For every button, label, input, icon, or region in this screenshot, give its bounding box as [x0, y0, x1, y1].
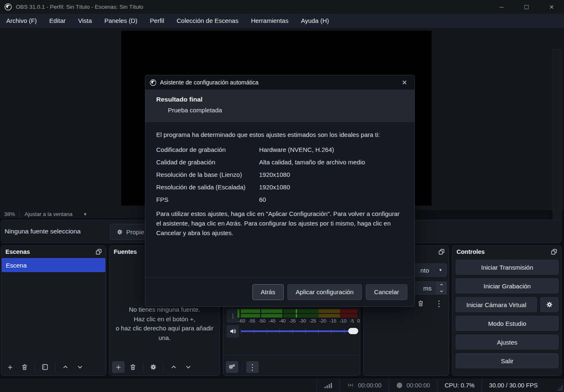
- dialog-header: Resultado final Prueba completada: [145, 89, 414, 122]
- volume-meter: [241, 309, 357, 318]
- dialog-footer: Atrás Aplicar configuración Cancelar: [145, 277, 414, 306]
- cpu-usage: CPU: 0.7%: [437, 378, 482, 392]
- virtual-camera-settings-button[interactable]: [540, 297, 559, 312]
- menu-ayuda[interactable]: Ayuda (H): [294, 14, 335, 28]
- menu-perfil[interactable]: Perfil: [144, 14, 170, 28]
- toolbar-divider: [163, 362, 164, 372]
- dialog-body: El programa ha determinado que estos aju…: [145, 122, 414, 238]
- popout-dock-icon[interactable]: [438, 248, 445, 255]
- toolbar-divider: [55, 362, 55, 372]
- auto-config-wizard-dialog: Asistente de configuración automática ✕ …: [145, 75, 415, 307]
- spinner-down-button[interactable]: [436, 288, 447, 295]
- speaker-icon: [229, 327, 237, 335]
- scene-item-label: Escena: [6, 262, 27, 269]
- exit-button[interactable]: Salir: [456, 353, 559, 368]
- dialog-close-button[interactable]: ✕: [399, 79, 410, 87]
- spinner-up-button[interactable]: [436, 281, 447, 288]
- no-source-selected-label: Ninguna fuente selecciona: [1, 228, 81, 235]
- back-button[interactable]: Atrás: [252, 284, 284, 300]
- vertical-ellipsis-icon: ⋮: [230, 313, 235, 319]
- intro-text: El programa ha determinado que estos aju…: [156, 130, 404, 139]
- scenes-dock-title: Escenas: [5, 248, 30, 255]
- start-streaming-button[interactable]: Iniciar Transmisión: [456, 260, 559, 275]
- add-source-button[interactable]: ＋: [112, 361, 125, 373]
- controls-dock-title: Controles: [457, 248, 485, 255]
- setting-label: FPS: [156, 194, 259, 206]
- setting-value: Alta calidad, tamaño de archivo medio: [259, 156, 404, 169]
- start-virtual-camera-button[interactable]: Iniciar Cámara Virtual: [456, 297, 537, 312]
- zoom-level: 38%: [0, 211, 19, 217]
- move-scene-up-button[interactable]: [59, 361, 72, 373]
- menu-coleccion-escenas[interactable]: Colección de Escenas: [170, 14, 245, 28]
- settings-summary: Codificador de grabaciónHardware (NVENC,…: [156, 144, 404, 206]
- mixer-divider: [223, 355, 360, 355]
- remove-scene-button[interactable]: [18, 361, 31, 373]
- chevron-down-icon: [76, 363, 84, 371]
- volume-slider-handle[interactable]: [348, 328, 358, 334]
- mixer-menu-button[interactable]: ⋮: [246, 361, 259, 373]
- start-recording-button[interactable]: Iniciar Grabación: [456, 278, 559, 293]
- remove-transition-button[interactable]: [414, 298, 427, 309]
- dropdown-arrow-icon: ▼: [434, 264, 447, 276]
- source-properties-button[interactable]: [147, 361, 160, 373]
- instructions-text: Para utilizar estos ajustes, haga clic e…: [156, 209, 404, 238]
- maximize-button[interactable]: ☐: [514, 0, 539, 14]
- controls-dock: Controles Iniciar Transmisión Iniciar Gr…: [452, 246, 562, 376]
- move-scene-down-button[interactable]: [74, 361, 86, 373]
- menu-paneles[interactable]: Paneles (D): [98, 14, 144, 28]
- minimize-button[interactable]: ─: [489, 0, 514, 14]
- scene-list-item[interactable]: Escena: [2, 258, 105, 272]
- advanced-audio-button[interactable]: [226, 361, 238, 373]
- popout-dock-icon[interactable]: [551, 248, 557, 255]
- vertical-ellipsis-icon: ⋮: [249, 362, 257, 372]
- trash-icon: [417, 300, 424, 307]
- record-timer: 00:00:00: [389, 378, 437, 392]
- live-icon: [347, 382, 354, 389]
- gears-icon: [228, 363, 236, 371]
- record-time: 00:00:00: [407, 382, 430, 389]
- volume-slider-track: [241, 330, 358, 332]
- sources-dock-title: Fuentes: [114, 248, 137, 255]
- cancel-button[interactable]: Cancelar: [366, 284, 407, 300]
- popout-dock-icon[interactable]: [95, 248, 102, 255]
- volume-meter-edge: [237, 309, 240, 318]
- remove-source-button[interactable]: [127, 361, 139, 373]
- close-button[interactable]: ✕: [539, 0, 564, 14]
- toolbar-divider: [35, 362, 35, 372]
- move-source-up-button[interactable]: [167, 361, 180, 373]
- transition-menu-button[interactable]: ⋮: [433, 298, 445, 309]
- obs-logo-icon: [150, 79, 157, 86]
- menu-archivo[interactable]: Archivo (F): [0, 14, 43, 28]
- move-source-down-button[interactable]: [182, 361, 195, 373]
- menu-vista[interactable]: Vista: [72, 14, 98, 28]
- network-status: [317, 378, 339, 392]
- status-bar: 00:00:00 00:00:00 CPU: 0.7% 30.00 / 30.0…: [0, 378, 564, 392]
- gear-icon: [150, 363, 157, 371]
- studio-mode-button[interactable]: Modo Estudio: [456, 316, 559, 331]
- window-titlebar: OBS 31.0.1 - Perfíl: Sin Título - Escena…: [0, 0, 564, 14]
- volume-meter-scale: -60-55-50-45-40-35-30-25-20-15-10-50: [238, 318, 360, 323]
- toolbar-divider: [242, 362, 242, 372]
- filters-icon: [41, 363, 49, 371]
- record-icon: [396, 382, 403, 389]
- gear-icon: [546, 301, 553, 308]
- apply-settings-button[interactable]: Aplicar configuración: [287, 284, 362, 300]
- volume-slider[interactable]: [241, 327, 358, 336]
- sources-empty-message: No tienes ninguna fuente. Haz clic en el…: [110, 305, 220, 342]
- setting-value: Hardware (NVENC, H.264): [259, 144, 404, 156]
- scenes-dock: Escenas Escena ＋: [1, 246, 106, 376]
- toolbar-divider: [143, 362, 143, 372]
- properties-button-label: Propie: [126, 228, 144, 236]
- zoom-dropdown-icon[interactable]: ▼: [83, 212, 87, 216]
- trash-icon: [21, 363, 28, 371]
- mute-button[interactable]: [227, 325, 239, 337]
- add-scene-button[interactable]: ＋: [4, 361, 16, 373]
- signal-bars-icon: [324, 382, 332, 389]
- resize-grip-icon[interactable]: [558, 386, 563, 391]
- fit-to-window-label[interactable]: Ajustar a la ventana: [19, 211, 77, 217]
- menu-herramientas[interactable]: Herramientas: [245, 14, 294, 28]
- settings-button[interactable]: Ajustes: [456, 335, 559, 350]
- menu-bar: Archivo (F) Editar Vista Paneles (D) Per…: [0, 14, 564, 28]
- scene-filters-button[interactable]: [39, 361, 51, 373]
- menu-editar[interactable]: Editar: [43, 14, 72, 28]
